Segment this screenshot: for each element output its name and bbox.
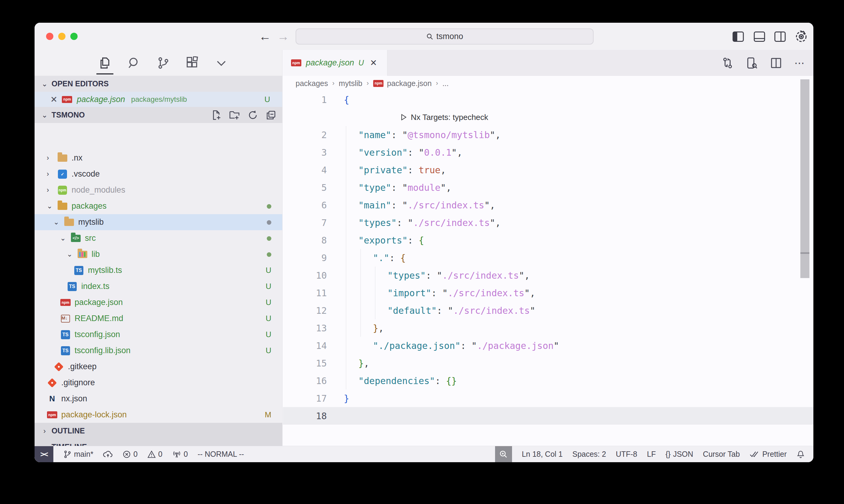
tab-close-icon[interactable]: ✕	[370, 58, 377, 68]
section-header-outline[interactable]: ›OUTLINE	[35, 423, 282, 439]
chevron-right-icon[interactable]: ›	[47, 170, 57, 178]
tree-item-tsconfig-lib-json[interactable]: TStsconfig.lib.jsonU	[35, 343, 282, 359]
code-line-5: 5"type": "module",	[283, 179, 813, 196]
vscode-file-icon: ✓	[57, 169, 68, 180]
new-folder-icon[interactable]	[229, 110, 240, 120]
status-item-utf-8[interactable]: UTF-8	[616, 450, 637, 458]
tab-package-json[interactable]: npm package.json U ✕	[283, 50, 387, 76]
code-token: {	[344, 94, 349, 105]
split-editor-icon[interactable]	[770, 57, 782, 69]
status-item-0[interactable]: 0	[122, 450, 138, 458]
line-number: 17	[283, 393, 327, 404]
folder-amber-file-icon	[57, 201, 68, 212]
code-token: "default"	[387, 305, 437, 316]
chevron-down-icon[interactable]: ⌄	[53, 218, 64, 226]
code-line-1: 1{	[283, 91, 813, 108]
settings-gear-icon[interactable]	[795, 30, 808, 43]
tree-item--gitignore[interactable]: .gitignore	[35, 375, 282, 391]
open-editors-section-header[interactable]: ⌄ OPEN EDITORS	[35, 76, 282, 92]
breadcrumb-item[interactable]: packages	[296, 79, 328, 88]
code-token: :	[391, 130, 402, 140]
line-number: 12	[283, 305, 327, 316]
open-preview-icon[interactable]	[746, 57, 758, 69]
scrollbar-thumb-lower[interactable]	[800, 254, 809, 278]
code-editor[interactable]: 1{Nx Targets: typecheck2"name": "@tsmono…	[283, 91, 813, 446]
status-item-normal[interactable]: -- NORMAL --	[198, 450, 244, 458]
tree-item-index-ts[interactable]: TSindex.tsU	[35, 278, 282, 294]
line-number: 1	[283, 94, 327, 105]
code-token: ,	[441, 165, 446, 175]
navigate-back-icon[interactable]: ←	[259, 30, 271, 43]
breadcrumb-item[interactable]: mytslib	[339, 79, 362, 88]
breadcrumb-item[interactable]: npmpackage.json	[373, 78, 431, 89]
tree-item-tsconfig-json[interactable]: TStsconfig.jsonU	[35, 326, 282, 343]
tree-item-label: src	[85, 234, 96, 243]
status-item-0[interactable]: 0	[147, 450, 162, 458]
scrollbar-thumb[interactable]	[800, 79, 809, 252]
refresh-icon[interactable]	[248, 110, 258, 120]
search-view-icon[interactable]	[127, 56, 141, 70]
code-token: "	[519, 270, 524, 281]
status-item-lf[interactable]: LF	[647, 450, 656, 458]
tree-item-nx-json[interactable]: Nnx.json	[35, 391, 282, 407]
extensions-icon[interactable]	[185, 56, 200, 70]
zoom-window-button[interactable]	[70, 33, 77, 40]
codelens-row[interactable]: Nx Targets: typecheck	[283, 108, 813, 126]
code-token: "name"	[358, 130, 391, 140]
zoom-indicator-icon[interactable]	[495, 446, 512, 463]
navigate-forward-icon[interactable]: →	[277, 30, 289, 43]
tree-item--nx[interactable]: ›.nx	[35, 150, 282, 166]
status-item-main[interactable]: main*	[63, 450, 93, 458]
chevron-down-icon[interactable]: ⌄	[47, 202, 57, 210]
tree-item-packages[interactable]: ⌄packages	[35, 198, 282, 214]
open-editor-item[interactable]: ✕npmpackage.jsonpackages/mytslibU	[35, 92, 282, 107]
toggle-panel-icon[interactable]	[753, 30, 766, 43]
status-item-spaces-2[interactable]: Spaces: 2	[572, 450, 606, 458]
toggle-primary-sidebar-icon[interactable]	[731, 30, 745, 43]
chevron-down-icon[interactable]: ⌄	[60, 234, 70, 242]
command-center-search[interactable]: tsmono	[296, 29, 593, 44]
close-editor-icon[interactable]: ✕	[50, 94, 57, 105]
run-target-icon[interactable]	[400, 113, 407, 121]
explorer-icon[interactable]	[98, 56, 112, 70]
source-control-icon[interactable]	[156, 56, 170, 70]
minimize-window-button[interactable]	[58, 33, 66, 40]
close-window-button[interactable]	[46, 33, 53, 40]
tree-item-src[interactable]: ⌄</>src	[35, 230, 282, 246]
breadcrumb-item[interactable]: ...	[442, 79, 449, 88]
toggle-secondary-sidebar-icon[interactable]	[773, 30, 787, 43]
open-changes-icon[interactable]	[722, 57, 734, 69]
line-number: 14	[283, 340, 327, 351]
tree-item-mytslib-ts[interactable]: TSmytslib.tsU	[35, 262, 282, 278]
chevron-right-icon[interactable]: ›	[47, 186, 57, 194]
status-item-prettier[interactable]: Prettier	[750, 450, 787, 458]
code-token: "dependencies"	[358, 376, 435, 386]
status-item-cursor-tab[interactable]: Cursor Tab	[703, 450, 740, 458]
tree-item-mytslib[interactable]: ⌄mytslib	[35, 214, 282, 230]
status-item-0[interactable]: 0	[172, 450, 188, 458]
new-file-icon[interactable]	[211, 110, 222, 120]
tree-item--vscode[interactable]: ›✓.vscode	[35, 166, 282, 182]
status-item-cloud-upload[interactable]	[103, 450, 113, 458]
status-item-ln-18-col-1[interactable]: Ln 18, Col 1	[522, 450, 563, 458]
more-views-chevron-icon[interactable]	[214, 56, 228, 70]
tree-item-label: index.ts	[81, 282, 109, 291]
status-item-json[interactable]: {}JSON	[666, 450, 693, 458]
tree-item-lib[interactable]: ⌄lib	[35, 246, 282, 262]
git-status-badge: U	[265, 266, 271, 275]
tree-item-readme-md[interactable]: M↓README.mdU	[35, 310, 282, 326]
status-item-bell[interactable]	[796, 450, 805, 458]
codelens-label[interactable]: Nx Targets: typecheck	[411, 113, 488, 122]
chevron-right-icon[interactable]: ›	[47, 154, 57, 162]
md-file-icon: M↓	[60, 313, 71, 324]
status-left-items: main*000-- NORMAL --	[53, 450, 244, 458]
chevron-down-icon[interactable]: ⌄	[67, 250, 77, 258]
collapse-all-icon[interactable]	[266, 110, 276, 120]
tree-item-node-modules[interactable]: ›npmnode_modules	[35, 182, 282, 198]
remote-indicator[interactable]: ><	[35, 446, 53, 463]
tree-item-package-lock-json[interactable]: npmpackage-lock.jsonM	[35, 407, 282, 423]
tree-item-package-json[interactable]: npmpackage.jsonU	[35, 294, 282, 310]
project-section-header[interactable]: ⌄ TSMONO	[35, 107, 282, 123]
tree-item--gitkeep[interactable]: .gitkeep	[35, 359, 282, 375]
more-actions-icon[interactable]: ⋯	[794, 57, 806, 69]
